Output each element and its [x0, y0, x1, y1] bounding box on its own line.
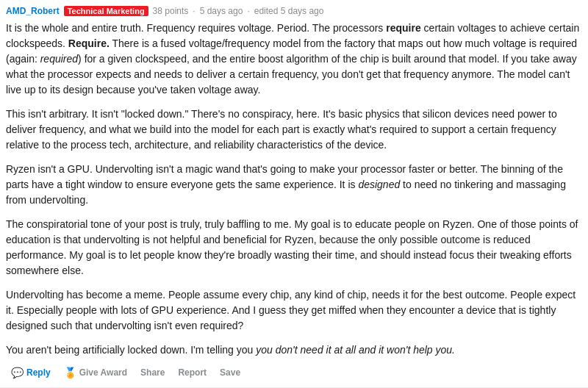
- paragraph-1: It is the whole and entire truth. Freque…: [6, 21, 582, 98]
- reply-icon: 💬: [11, 367, 24, 378]
- bold-require2: Require.: [68, 37, 110, 49]
- comment-header: AMD_Robert Technical Marketing 38 points…: [6, 6, 582, 16]
- give-award-button[interactable]: 🏅 Give Award: [59, 364, 132, 381]
- award-icon: 🏅: [64, 367, 76, 378]
- italic-required: required: [40, 53, 78, 65]
- save-label: Save: [220, 368, 240, 377]
- give-award-label: Give Award: [79, 368, 127, 377]
- share-button[interactable]: Share: [135, 364, 170, 381]
- flair-badge: Technical Marketing: [64, 6, 148, 16]
- reply-button[interactable]: 💬 Reply: [6, 364, 56, 381]
- comment: AMD_Robert Technical Marketing 38 points…: [0, 0, 588, 388]
- italic-closing: you don't need it at all and it won't he…: [256, 344, 455, 356]
- comment-actions: 💬 Reply 🏅 Give Award Share Report Save: [6, 364, 582, 381]
- report-button[interactable]: Report: [173, 364, 212, 381]
- comment-points: 38 points: [153, 6, 189, 16]
- paragraph-5: Undervolting has become a meme. People a…: [6, 287, 582, 334]
- paragraph-6: You aren't being artificially locked dow…: [6, 342, 582, 358]
- paragraph-2: This isn't arbitrary. It isn't "locked d…: [6, 107, 582, 153]
- report-label: Report: [178, 368, 207, 377]
- separator1: ·: [193, 6, 195, 16]
- comment-time: 5 days ago: [200, 6, 243, 16]
- share-label: Share: [140, 368, 165, 377]
- save-button[interactable]: Save: [215, 364, 245, 381]
- reply-label: Reply: [26, 368, 51, 377]
- paragraph-4: The conspiratorial tone of your post is …: [6, 217, 582, 279]
- separator2: ·: [247, 6, 249, 16]
- italic-designed: designed: [358, 179, 400, 190]
- username[interactable]: AMD_Robert: [6, 6, 60, 16]
- paragraph-3: Ryzen isn't a GPU. Undervolting isn't a …: [6, 162, 582, 208]
- comment-body: It is the whole and entire truth. Freque…: [6, 21, 582, 358]
- edited-label: edited 5 days ago: [254, 6, 324, 16]
- bold-require: require: [386, 22, 420, 34]
